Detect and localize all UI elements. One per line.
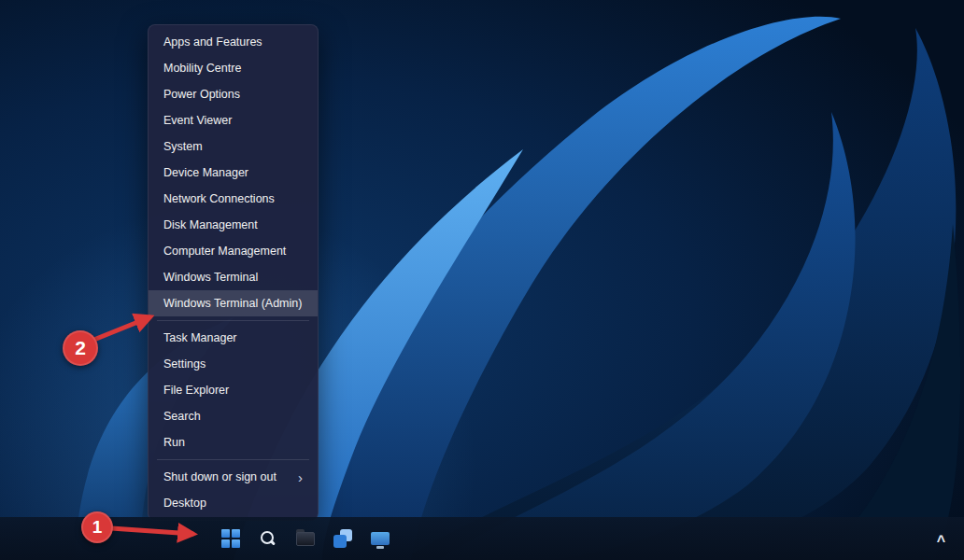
menu-item-search[interactable]: Search bbox=[149, 403, 318, 429]
menu-item-disk-management[interactable]: Disk Management bbox=[149, 212, 318, 238]
menu-item-system[interactable]: System bbox=[149, 133, 318, 160]
monitor-icon bbox=[371, 532, 390, 545]
menu-item-task-manager[interactable]: Task Manager bbox=[149, 325, 318, 351]
menu-item-run[interactable]: Run bbox=[149, 429, 318, 455]
menu-item-windows-terminal[interactable]: Windows Terminal bbox=[149, 264, 318, 290]
search-button[interactable] bbox=[252, 521, 284, 556]
file-explorer-button[interactable] bbox=[290, 521, 321, 556]
winx-menu: Apps and Features Mobility Centre Power … bbox=[148, 24, 319, 521]
wallpaper-image bbox=[0, 0, 964, 560]
chevron-right-icon: › bbox=[298, 470, 303, 484]
windows-logo-icon bbox=[221, 529, 240, 548]
menu-item-file-explorer[interactable]: File Explorer bbox=[149, 377, 318, 403]
show-hidden-icons-button[interactable]: ^ bbox=[931, 531, 951, 552]
taskbar: ^ bbox=[0, 517, 964, 560]
menu-item-settings[interactable]: Settings bbox=[149, 351, 318, 377]
menu-item-desktop[interactable]: Desktop bbox=[149, 490, 318, 516]
folder-icon bbox=[296, 532, 315, 546]
start-button[interactable] bbox=[215, 521, 247, 556]
task-view-button[interactable] bbox=[327, 521, 359, 556]
display-button[interactable] bbox=[364, 521, 396, 556]
step-1-badge: 1 bbox=[81, 511, 113, 543]
menu-item-computer-management[interactable]: Computer Management bbox=[149, 238, 318, 264]
desktop: Apps and Features Mobility Centre Power … bbox=[0, 0, 964, 560]
search-icon bbox=[260, 530, 276, 547]
taskbar-icons bbox=[215, 521, 396, 556]
menu-item-label: Shut down or sign out bbox=[163, 470, 276, 483]
task-view-icon bbox=[333, 529, 352, 548]
menu-item-device-manager[interactable]: Device Manager bbox=[149, 160, 318, 186]
menu-item-mobility-centre[interactable]: Mobility Centre bbox=[149, 55, 318, 81]
menu-separator bbox=[157, 320, 309, 321]
menu-item-network-connections[interactable]: Network Connections bbox=[149, 186, 318, 212]
menu-item-apps-and-features[interactable]: Apps and Features bbox=[149, 29, 318, 55]
menu-item-shut-down-or-sign-out[interactable]: Shut down or sign out › bbox=[149, 464, 318, 490]
step-2-badge: 2 bbox=[63, 330, 98, 366]
taskbar-corner: ^ bbox=[931, 528, 951, 549]
menu-separator bbox=[157, 459, 309, 460]
menu-item-windows-terminal-admin[interactable]: Windows Terminal (Admin) bbox=[149, 290, 318, 316]
menu-item-event-viewer[interactable]: Event Viewer bbox=[149, 107, 318, 133]
menu-item-power-options[interactable]: Power Options bbox=[149, 81, 318, 107]
